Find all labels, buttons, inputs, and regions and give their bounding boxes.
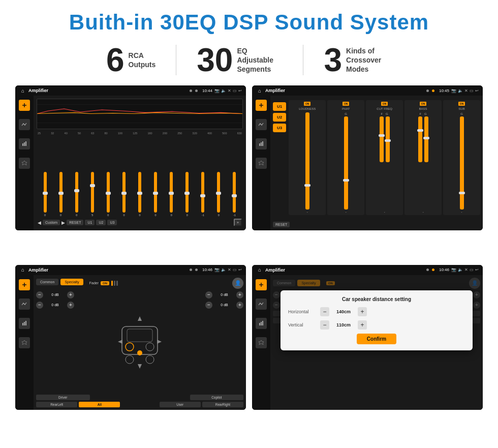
bass-fader-g[interactable] [424,116,428,162]
xo-channel-sub: ON SUB G - [443,100,480,215]
slider-track-12[interactable] [217,172,220,213]
slider-thumb-10[interactable] [184,192,190,195]
slider-thumb-9[interactable] [169,192,174,195]
confirm-button[interactable]: Confirm [357,334,396,344]
phat-on[interactable]: ON [343,102,350,106]
copilot-btn[interactable]: Copilot [190,395,244,400]
driver-btn[interactable]: Driver [36,395,90,400]
sp-sidebar-btn-3[interactable] [19,318,30,329]
eq-sidebar-btn-4[interactable] [19,158,30,169]
slider-track-5[interactable] [107,172,110,213]
rearleft-btn[interactable]: RearLeft [36,402,77,407]
rl-minus[interactable]: − [36,302,43,309]
xo-sidebar-btn-3[interactable] [256,138,267,150]
sp-sidebar-btn-1[interactable] [19,279,30,290]
xo-reset-btn[interactable]: RESET [273,222,290,227]
fl-minus[interactable]: − [36,291,43,298]
eq-custom-btn[interactable]: Custom [43,220,60,225]
slider-thumb-4[interactable] [90,184,95,187]
slider-thumb-8[interactable] [153,192,158,195]
slider-track-2[interactable] [59,172,63,213]
slider-thumb-12[interactable] [216,192,221,195]
horizontal-plus[interactable]: + [358,307,367,316]
eq-sidebar-btn-2[interactable] [19,119,30,130]
sp-tab-common[interactable]: Common [36,279,58,285]
user-icon[interactable]: 👤 [232,278,243,289]
loudness-on[interactable]: ON [304,102,311,106]
slider-thumb-2[interactable] [58,192,64,195]
phat-fader[interactable] [344,116,348,210]
slider-thumb-7[interactable] [137,192,142,195]
sp-sidebar-btn-4[interactable] [19,337,30,348]
eq-reset-btn[interactable]: RESET [67,220,83,225]
slider-thumb-5[interactable] [106,192,111,195]
rr-minus[interactable]: − [205,302,212,309]
xo-preset-u2[interactable]: U2 [273,113,286,122]
eq-prev-btn[interactable]: ◀ [38,220,41,225]
fl-plus[interactable]: + [67,291,74,298]
eq-u1-btn[interactable]: U1 [85,220,95,225]
user-btn[interactable]: User [160,402,201,407]
eq-sidebar-btn-1[interactable] [19,100,30,111]
sub-thumb[interactable] [459,192,465,194]
xo-preset-u3[interactable]: U3 [273,124,286,132]
bass-on[interactable]: ON [420,102,427,106]
slider-track-1[interactable] [44,172,47,213]
vertical-plus[interactable]: + [358,320,367,330]
eq-u2-btn[interactable]: U2 [96,220,106,225]
fr-plus[interactable]: + [236,291,243,298]
eq-sidebar-btn-3[interactable] [19,138,30,150]
sp-tab-specialty[interactable]: Specialty [60,279,83,285]
slider-track-8[interactable] [154,172,157,213]
slider-track-7[interactable] [138,172,141,213]
slider-track-3[interactable] [75,172,78,213]
phat-thumb[interactable] [343,179,349,182]
ds-sidebar-btn-3[interactable] [256,318,267,329]
rearright-btn[interactable]: RearRight [202,402,243,407]
slider-track-6[interactable] [122,172,126,213]
xo-preset-u1[interactable]: U1 [273,102,286,111]
rl-plus[interactable]: + [67,302,74,309]
slider-track-10[interactable] [185,172,189,213]
cutfreq-fader-f[interactable] [380,116,384,162]
slider-thumb-1[interactable] [43,192,48,195]
xo-screen-body: U1 U2 U3 ON LOUDNESS [252,96,483,230]
horizontal-minus[interactable]: − [320,307,329,316]
eq-more-btn[interactable]: » [234,219,242,226]
sp-sidebar-btn-2[interactable] [19,298,30,310]
ds-sidebar-btn-1[interactable] [256,279,267,290]
xo-sidebar-btn-1[interactable] [256,100,267,111]
slider-track-11[interactable] [201,172,204,213]
loudness-thumb[interactable] [304,184,310,187]
eq-u3-btn[interactable]: U3 [107,220,117,225]
slider-thumb-6[interactable] [121,192,127,195]
eq-play-btn[interactable]: ▶ [61,220,65,225]
bass-f-thumb[interactable] [417,129,423,132]
cutfreq-g-thumb[interactable] [385,139,391,142]
slider-thumb-11[interactable] [200,194,205,197]
xo-presets-col: U1 U2 U3 [273,100,286,215]
slider-thumb-13[interactable] [232,194,237,197]
sub-on[interactable]: ON [458,102,465,106]
cutfreq-fader-g[interactable] [386,116,390,162]
fader-on-badge[interactable]: ON [101,281,109,285]
slider-track-4[interactable] [91,172,94,213]
bass-g-thumb[interactable] [423,137,429,139]
rr-plus[interactable]: + [236,302,243,309]
ds-sidebar-btn-4[interactable] [256,337,267,348]
vertical-minus[interactable]: − [320,320,329,330]
sub-fader[interactable] [460,116,464,210]
cutfreq-on[interactable]: ON [381,102,388,106]
xo-sidebar-btn-2[interactable] [256,119,267,130]
xo-sidebar-btn-4[interactable] [256,158,267,169]
fr-minus[interactable]: − [205,291,212,298]
loudness-fader[interactable] [305,112,309,210]
cutfreq-f-thumb[interactable] [379,134,385,137]
all-btn[interactable]: All [79,402,120,407]
ds-sidebar-btn-2[interactable] [256,298,267,310]
slider-thumb-3[interactable] [74,189,79,192]
slider-track-9[interactable] [170,172,173,213]
bass-fader-f[interactable] [418,116,422,162]
slider-track-13[interactable] [233,172,236,213]
freq-50: 50 [78,132,81,135]
